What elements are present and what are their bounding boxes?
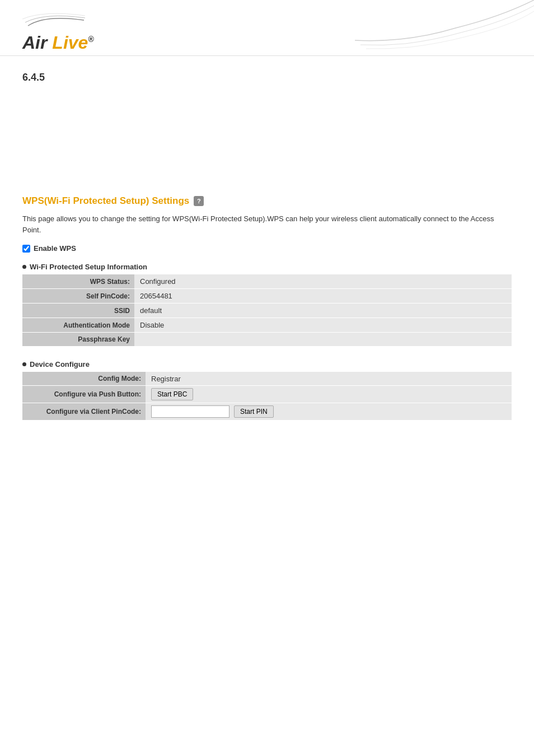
logo-text: Air Live® xyxy=(22,34,94,52)
device-configure-title-text: Device Configure xyxy=(30,360,90,368)
enable-wps-label: Enable WPS xyxy=(34,244,76,253)
self-pincode-label: Self PinCode: xyxy=(22,289,134,304)
config-mode-text: Registrar xyxy=(151,375,181,383)
device-configure-subsection-title: Device Configure xyxy=(22,360,512,368)
logo-air: Air xyxy=(22,32,47,53)
wps-status-label: WPS Status: xyxy=(22,274,134,289)
page-description: This page allows you to change the setti… xyxy=(22,213,512,235)
config-mode-label: Config Mode: xyxy=(22,372,146,386)
logo-space xyxy=(47,32,52,53)
client-pin-cell: Start PIN xyxy=(146,403,512,420)
push-button-cell: Start PBC xyxy=(146,386,512,403)
main-content: WPS(Wi-Fi Protected Setup) Settings ? Th… xyxy=(0,195,534,421)
device-configure-table: Config Mode: Registrar Configure via Pus… xyxy=(22,372,512,421)
section-title: WPS(Wi-Fi Protected Setup) Settings ? xyxy=(22,195,512,207)
table-row: Config Mode: Registrar xyxy=(22,372,512,386)
section-title-text: WPS(Wi-Fi Protected Setup) Settings xyxy=(22,195,189,207)
auth-mode-label: Authentication Mode xyxy=(22,318,134,333)
bullet-icon xyxy=(22,265,26,269)
table-row: Authentication Mode Disable xyxy=(22,318,512,333)
table-row: SSID default xyxy=(22,304,512,318)
start-pbc-button[interactable]: Start PBC xyxy=(151,388,193,400)
enable-wps-row: Enable WPS xyxy=(22,244,512,253)
logo-area: Air Live® xyxy=(22,10,94,52)
logo-live: Live xyxy=(52,32,88,53)
client-pin-label: Configure via Client PinCode: xyxy=(22,403,146,421)
wps-info-title-text: Wi-Fi Protected Setup Information xyxy=(30,263,147,271)
client-pincode-input[interactable] xyxy=(151,405,229,418)
enable-wps-checkbox[interactable] xyxy=(22,245,30,253)
auth-mode-value: Disable xyxy=(134,318,512,333)
push-button-label: Configure via Push Button: xyxy=(22,386,146,403)
start-pin-button[interactable]: Start PIN xyxy=(234,405,274,418)
bullet-icon-2 xyxy=(22,362,26,366)
wps-info-table: WPS Status: Configured Self PinCode: 206… xyxy=(22,274,512,347)
help-icon[interactable]: ? xyxy=(194,196,204,206)
device-configure-section: Device Configure Config Mode: Registrar … xyxy=(22,360,512,421)
table-row: Self PinCode: 20654481 xyxy=(22,289,512,304)
table-row: Configure via Client PinCode: Start PIN xyxy=(22,403,512,421)
logo-wings-icon xyxy=(22,10,90,32)
config-mode-value: Registrar xyxy=(146,372,512,386)
passphrase-key-value xyxy=(134,333,512,347)
table-row: WPS Status: Configured xyxy=(22,274,512,289)
passphrase-key-label: Passphrase Key xyxy=(22,333,134,347)
table-row: Configure via Push Button: Start PBC xyxy=(22,386,512,403)
header-decoration xyxy=(344,0,534,56)
logo-registered: ® xyxy=(88,35,93,44)
wps-status-value: Configured xyxy=(134,274,512,289)
ssid-label: SSID xyxy=(22,304,134,318)
wps-info-subsection-title: Wi-Fi Protected Setup Information xyxy=(22,263,512,271)
page-header: Air Live® xyxy=(0,0,534,56)
ssid-value: default xyxy=(134,304,512,318)
table-row: Passphrase Key xyxy=(22,333,512,347)
version-number: 6.4.5 xyxy=(0,56,534,83)
self-pincode-value: 20654481 xyxy=(134,289,512,304)
